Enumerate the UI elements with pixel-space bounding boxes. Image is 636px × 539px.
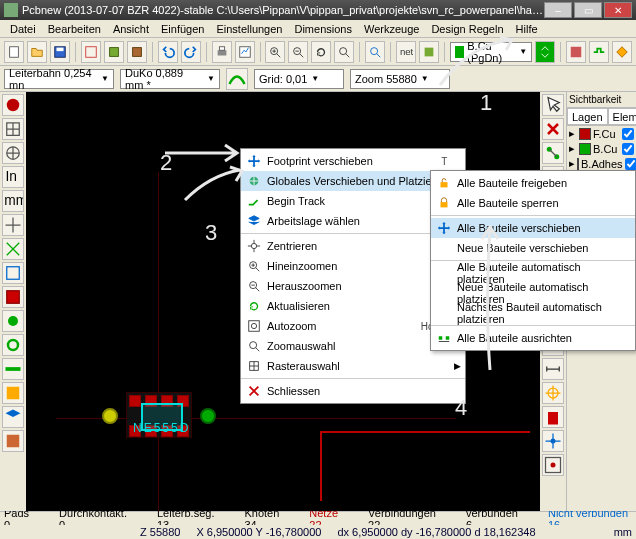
new-icon[interactable]	[4, 41, 24, 63]
svg-point-12	[371, 47, 378, 54]
ctx-item[interactable]: Schliessen	[241, 381, 465, 401]
pad-fill-icon[interactable]	[2, 310, 24, 332]
track-fill-icon[interactable]	[2, 358, 24, 380]
add-target-icon[interactable]	[542, 382, 564, 404]
layer-row[interactable]: ▸F.Cu	[567, 126, 636, 141]
svg-point-43	[251, 323, 256, 328]
grid-toggle-icon[interactable]	[2, 118, 24, 140]
track-icon	[245, 193, 263, 209]
layer-row[interactable]: ▸B.Adhes	[567, 156, 636, 171]
offset-icon[interactable]	[542, 430, 564, 452]
grid-combo[interactable]: Grid: 0,01▼	[254, 69, 344, 89]
tab-elements[interactable]: Elemente	[608, 108, 636, 125]
via-size-combo[interactable]: DuKo 0,889 mm *▼	[120, 69, 220, 89]
ctx-item[interactable]: Alle Bauteile sperren	[431, 193, 635, 213]
scripting-icon[interactable]	[2, 430, 24, 452]
footprint[interactable]: NE555D	[126, 392, 192, 438]
svg-rect-15	[571, 46, 582, 57]
zoom-combo[interactable]: Zoom 55880▼	[350, 69, 450, 89]
blank-icon	[435, 240, 453, 256]
grid-origin-icon[interactable]	[542, 454, 564, 476]
layer-combo-value: B.Cu (PgDn)	[467, 40, 515, 64]
redo-icon[interactable]	[181, 41, 201, 63]
window-title: Pcbnew (2013-07-07 BZR 4022)-stable C:\U…	[22, 4, 544, 16]
svg-point-22	[8, 316, 18, 326]
autodel-icon[interactable]	[2, 262, 24, 284]
layer-combo[interactable]: B.Cu (PgDn)▼	[450, 42, 532, 62]
zoom-in-icon[interactable]	[265, 41, 285, 63]
zones-icon[interactable]	[2, 286, 24, 308]
zoom-out-icon[interactable]	[288, 41, 308, 63]
add-dimension-icon[interactable]	[542, 358, 564, 380]
contrast-icon[interactable]	[2, 382, 24, 404]
ctx-item[interactable]: Rasterauswahl▶	[241, 356, 465, 376]
menu-datei[interactable]: Datei	[4, 21, 42, 37]
sheet-icon[interactable]	[81, 41, 101, 63]
highlight-net-icon[interactable]	[542, 118, 564, 140]
maximize-button[interactable]: ▭	[574, 2, 602, 18]
unit-in-icon[interactable]: In	[2, 166, 24, 188]
mode1-icon[interactable]	[566, 41, 586, 63]
local-ratsnest-icon[interactable]	[542, 142, 564, 164]
save-icon[interactable]	[50, 41, 70, 63]
delete-icon[interactable]	[542, 406, 564, 428]
module-icon[interactable]	[104, 41, 124, 63]
ctx-item[interactable]: Neue Bauteile verschieben	[431, 238, 635, 258]
minimize-button[interactable]: –	[544, 2, 572, 18]
menubar: DateiBearbeitenAnsichtEinfügenEinstellun…	[0, 20, 636, 38]
layer-icon	[245, 213, 263, 229]
close-button[interactable]: ✕	[604, 2, 632, 18]
polar-icon[interactable]	[2, 142, 24, 164]
menu-bearbeiten[interactable]: Bearbeiten	[42, 21, 107, 37]
menu-ansicht[interactable]: Ansicht	[107, 21, 155, 37]
cursor-shape-icon[interactable]	[2, 214, 24, 236]
ctx-item[interactable]: Alle Bauteile automatisch platzieren	[431, 263, 635, 283]
menu-hilfe[interactable]: Hilfe	[510, 21, 544, 37]
svg-rect-14	[425, 47, 434, 56]
menu-einstellungen[interactable]: Einstellungen	[210, 21, 288, 37]
ctx-item[interactable]: Alle Bauteile freigeben	[431, 173, 635, 193]
ctx-item[interactable]: Nächstes Bauteil automatisch platzieren	[431, 303, 635, 323]
statusbar-1: Pads0 Durchkontakt.0 Leiterb.seg.13 Knot…	[0, 511, 636, 525]
plot-icon[interactable]	[235, 41, 255, 63]
ctx-item[interactable]: Neue Bauteile automatisch platzieren	[431, 283, 635, 303]
drc-toggle-icon[interactable]	[2, 94, 24, 116]
context-menu-sub[interactable]: Alle Bauteile freigebenAlle Bauteile spe…	[430, 170, 636, 351]
zoom-fit-icon[interactable]	[334, 41, 354, 63]
zsel-icon	[245, 338, 263, 354]
footprint-icon[interactable]	[127, 41, 147, 63]
print-icon[interactable]	[212, 41, 232, 63]
tab-layers[interactable]: Lagen	[567, 108, 608, 125]
auto-width-icon[interactable]	[226, 68, 248, 90]
ctx-item[interactable]: Alle Bauteile verschieben	[431, 218, 635, 238]
drc-icon[interactable]	[419, 41, 439, 63]
layer-manager-icon[interactable]	[2, 406, 24, 428]
ctx-item[interactable]: Alle Bauteile ausrichten	[431, 328, 635, 348]
ratsnest-icon[interactable]	[2, 238, 24, 260]
main-toolbar: net B.Cu (PgDn)▼	[0, 38, 636, 66]
ctx-item[interactable]: Footprint verschiebenT	[241, 151, 465, 171]
find-icon[interactable]	[365, 41, 385, 63]
menu-dimensions[interactable]: Dimensions	[288, 21, 357, 37]
unlock-icon	[435, 175, 453, 191]
statusbar-2: Z 55880 X 6,950000 Y -16,780000 dx 6,950…	[0, 525, 636, 539]
undo-icon[interactable]	[158, 41, 178, 63]
mode2-icon[interactable]	[589, 41, 609, 63]
zoom-refresh-icon[interactable]	[311, 41, 331, 63]
select-tool-icon[interactable]	[542, 94, 564, 116]
menu-werkzeuge[interactable]: Werkzeuge	[358, 21, 425, 37]
menu-design regeln[interactable]: Design Regeln	[425, 21, 509, 37]
netlist-icon[interactable]: net	[396, 41, 416, 63]
unit-mm-icon[interactable]: mm	[2, 190, 24, 212]
mode3-icon[interactable]	[612, 41, 632, 63]
via-fill-icon[interactable]	[2, 334, 24, 356]
open-icon[interactable]	[27, 41, 47, 63]
track-width-combo[interactable]: Leiterbahn 0,254 mn▼	[4, 69, 114, 89]
layer-swap-icon[interactable]	[535, 41, 555, 63]
layer-row[interactable]: ▸B.Cu	[567, 141, 636, 156]
zout-icon	[245, 278, 263, 294]
blank-icon	[435, 285, 453, 301]
center-icon	[245, 238, 263, 254]
app-icon	[4, 3, 18, 17]
menu-einfügen[interactable]: Einfügen	[155, 21, 210, 37]
